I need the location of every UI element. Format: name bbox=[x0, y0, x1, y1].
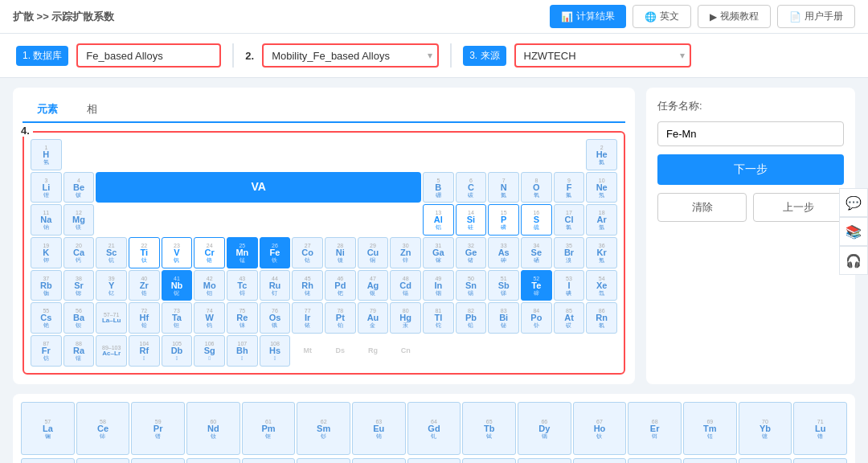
element-cell[interactable]: 30Zn锌 bbox=[390, 237, 421, 268]
element-cell[interactable] bbox=[423, 335, 454, 367]
element-cell[interactable] bbox=[358, 204, 389, 236]
element-cell[interactable] bbox=[129, 204, 160, 236]
element-cell[interactable] bbox=[129, 139, 160, 170]
element-cell[interactable] bbox=[554, 139, 585, 170]
element-cell[interactable]: 43Tc锝 bbox=[227, 270, 258, 301]
english-button[interactable]: 🌐 英文 bbox=[633, 5, 691, 28]
lanthanide-cell[interactable]: 63Eu铕 bbox=[352, 402, 406, 456]
element-cell[interactable]: 41Nb铌 bbox=[162, 270, 193, 301]
element-cell[interactable] bbox=[456, 335, 487, 367]
video-tutorial-button[interactable]: ▶ 视频教程 bbox=[698, 5, 771, 28]
actinide-cell[interactable]: 103Lr铹 bbox=[793, 458, 847, 463]
element-cell[interactable] bbox=[292, 139, 323, 170]
va-button[interactable]: VA bbox=[96, 172, 421, 203]
element-cell[interactable]: 106Sg𬭳 bbox=[194, 335, 225, 367]
element-cell[interactable]: 47Ag银 bbox=[358, 270, 389, 301]
element-cell[interactable]: 79Au金 bbox=[358, 302, 389, 334]
calc-result-button[interactable]: 📊 计算结果 bbox=[550, 5, 626, 28]
actinide-cell[interactable]: 96Cm锔 bbox=[407, 458, 461, 463]
element-cell[interactable] bbox=[162, 204, 193, 236]
actinide-cell[interactable]: 102No锘 bbox=[739, 458, 792, 463]
element-cell[interactable]: 57–71La–Lu bbox=[96, 302, 127, 334]
element-cell[interactable] bbox=[194, 204, 225, 236]
element-cell[interactable]: 20Ca钙 bbox=[63, 237, 95, 268]
lanthanide-cell[interactable]: 69Tm铥 bbox=[683, 402, 737, 456]
actinide-cell[interactable]: 97Bk锫 bbox=[462, 458, 516, 463]
element-cell[interactable]: 107Bh𬭛 bbox=[227, 335, 258, 367]
element-cell[interactable]: 10Ne氖 bbox=[586, 172, 617, 203]
lanthanide-cell[interactable]: 71Lu镥 bbox=[793, 402, 847, 456]
element-cell[interactable]: 6C碳 bbox=[456, 172, 487, 203]
element-cell[interactable]: 2He氦 bbox=[586, 139, 617, 170]
element-cell[interactable]: 32Ge锗 bbox=[456, 237, 487, 268]
element-cell[interactable]: 76Os锇 bbox=[260, 302, 291, 334]
lanthanide-cell[interactable]: 59Pr镨 bbox=[131, 402, 185, 456]
element-cell[interactable]: 35Br溴 bbox=[554, 237, 585, 268]
element-cell[interactable]: 53I碘 bbox=[554, 270, 585, 301]
element-cell[interactable]: 55Cs铯 bbox=[31, 302, 62, 334]
element-cell[interactable]: 87Fr钫 bbox=[31, 335, 62, 367]
lanthanide-cell[interactable]: 67Ho钬 bbox=[573, 402, 627, 456]
element-cell[interactable] bbox=[554, 335, 585, 367]
element-cell[interactable]: 8O氧 bbox=[521, 172, 552, 203]
actinide-cell[interactable]: 95Am镅 bbox=[352, 458, 406, 463]
element-cell[interactable]: 42Mo钼 bbox=[194, 270, 225, 301]
next-button[interactable]: 下一步 bbox=[657, 154, 844, 185]
lanthanide-cell[interactable]: 57La镧 bbox=[21, 402, 75, 456]
element-cell[interactable]: 1H氢 bbox=[31, 139, 62, 170]
element-cell[interactable]: 74W钨 bbox=[194, 302, 225, 334]
element-cell[interactable] bbox=[260, 139, 291, 170]
element-cell[interactable] bbox=[194, 139, 225, 170]
prev-button[interactable]: 上一步 bbox=[753, 193, 842, 222]
element-cell[interactable] bbox=[586, 335, 617, 367]
element-cell[interactable]: 49In铟 bbox=[423, 270, 454, 301]
element-cell[interactable] bbox=[488, 139, 519, 170]
element-cell[interactable]: 25Mn锰 bbox=[227, 237, 258, 268]
actinide-cell[interactable]: 90Th钍 bbox=[76, 458, 130, 463]
element-cell[interactable]: 18Ar氩 bbox=[586, 204, 617, 236]
tab-element[interactable]: 元素 bbox=[23, 97, 72, 123]
actinide-cell[interactable]: 94Pu钚 bbox=[297, 458, 350, 463]
element-cell[interactable]: 9F氟 bbox=[554, 172, 585, 203]
element-cell[interactable]: 38Sr锶 bbox=[63, 270, 95, 301]
element-cell[interactable] bbox=[260, 204, 291, 236]
element-cell[interactable] bbox=[390, 139, 421, 170]
actinide-cell[interactable]: 93Np镎 bbox=[242, 458, 296, 463]
element-cell[interactable]: 46Pd钯 bbox=[325, 270, 356, 301]
element-cell[interactable]: 29Cu铜 bbox=[358, 237, 389, 268]
actinide-cell[interactable]: 100Fm镄 bbox=[628, 458, 682, 463]
element-cell[interactable]: 14Si硅 bbox=[456, 204, 487, 236]
clear-button[interactable]: 清除 bbox=[657, 193, 747, 222]
element-cell[interactable]: 45Rh铑 bbox=[292, 270, 323, 301]
element-cell[interactable]: 86Rn氡 bbox=[586, 302, 617, 334]
element-cell[interactable] bbox=[96, 139, 127, 170]
element-cell[interactable]: 21Sc钪 bbox=[96, 237, 127, 268]
actinide-cell[interactable]: 101Md钔 bbox=[683, 458, 737, 463]
element-cell[interactable] bbox=[96, 204, 127, 236]
element-cell[interactable]: 78Pt铂 bbox=[325, 302, 356, 334]
element-cell[interactable]: 85At砹 bbox=[554, 302, 585, 334]
element-cell[interactable]: 28Ni镍 bbox=[325, 237, 356, 268]
lanthanide-cell[interactable]: 58Ce铈 bbox=[76, 402, 130, 456]
actinide-cell[interactable]: 91Pa镤 bbox=[131, 458, 185, 463]
element-cell[interactable] bbox=[325, 204, 356, 236]
user-manual-button[interactable]: 📄 用户手册 bbox=[777, 5, 855, 28]
element-cell[interactable] bbox=[227, 139, 258, 170]
element-cell[interactable]: 31Ga镓 bbox=[423, 237, 454, 268]
element-cell[interactable] bbox=[390, 204, 421, 236]
lanthanide-cell[interactable]: 61Pm钷 bbox=[242, 402, 296, 456]
element-cell[interactable]: 108Hs𬭶 bbox=[260, 335, 291, 367]
tab-phase[interactable]: 相 bbox=[72, 97, 112, 121]
element-cell[interactable]: 44Ru钌 bbox=[260, 270, 291, 301]
element-cell[interactable]: 19K钾 bbox=[31, 237, 62, 268]
element-cell[interactable]: 48Cd镉 bbox=[390, 270, 421, 301]
element-cell[interactable]: 73Ta钽 bbox=[162, 302, 193, 334]
element-cell[interactable] bbox=[227, 204, 258, 236]
element-cell[interactable]: 82Pb铅 bbox=[456, 302, 487, 334]
element-cell[interactable]: 11Na钠 bbox=[31, 204, 62, 236]
lanthanide-cell[interactable]: 65Tb铽 bbox=[462, 402, 516, 456]
mobility-select[interactable]: Mobility_Fe_based Alloys bbox=[262, 43, 439, 68]
element-cell[interactable]: 88Ra镭 bbox=[63, 335, 95, 367]
element-cell[interactable]: 40Zr锆 bbox=[129, 270, 160, 301]
element-cell[interactable]: 13Al铝 bbox=[423, 204, 454, 236]
